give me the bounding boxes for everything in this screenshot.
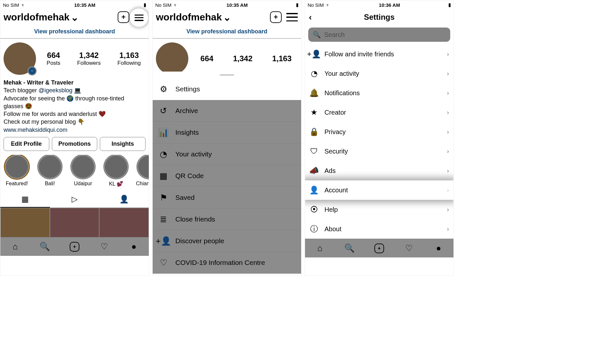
- settings-item-icon: 🛡: [310, 147, 319, 156]
- nav-create[interactable]: +: [374, 244, 384, 253]
- chevron-right-icon: ›: [447, 70, 449, 77]
- menu-item-qr-code[interactable]: ▦QR Code: [153, 165, 301, 187]
- settings-item-your-activity[interactable]: ◔Your activity›: [305, 64, 453, 83]
- nav-home[interactable]: ⌂: [10, 242, 20, 252]
- mention-link[interactable]: @igeeksblog: [39, 87, 72, 94]
- page-title: Settings: [364, 13, 395, 22]
- content-tabs: ▦ ▷ 👤: [0, 191, 149, 208]
- clock-label: 10:35 AM: [74, 2, 95, 8]
- back-button[interactable]: ‹: [309, 12, 312, 22]
- search-placeholder: Search: [324, 31, 345, 39]
- settings-item-ads[interactable]: 📣Ads›: [305, 161, 453, 180]
- settings-item-icon: ★: [310, 108, 319, 117]
- menu-item-icon: ◔: [159, 149, 168, 159]
- chevron-right-icon: ›: [447, 109, 449, 116]
- create-button[interactable]: +: [118, 11, 129, 23]
- settings-item-security[interactable]: 🛡Security›: [305, 142, 453, 161]
- nav-activity[interactable]: ♡: [100, 242, 109, 252]
- settings-item-icon: 📣: [310, 166, 319, 175]
- menu-item-insights[interactable]: 📊Insights: [153, 122, 301, 143]
- plus-icon: +: [122, 13, 126, 21]
- bio-link[interactable]: www.mehaksiddiqui.com: [4, 126, 146, 134]
- nav-create[interactable]: +: [70, 242, 79, 252]
- settings-header: ‹ Settings: [305, 9, 453, 25]
- chevron-right-icon: ›: [447, 167, 449, 174]
- menu-item-covid-information-centre[interactable]: ♡COVID-19 Information Centre: [153, 252, 301, 274]
- reels-icon: ▷: [72, 195, 77, 203]
- tab-tagged[interactable]: 👤: [99, 191, 149, 208]
- menu-item-settings[interactable]: ⚙Settings: [153, 78, 301, 100]
- avatar[interactable]: +: [4, 42, 36, 75]
- settings-item-help[interactable]: ⦿Help›: [305, 200, 453, 219]
- menu-item-label: QR Code: [175, 172, 204, 180]
- settings-item-about[interactable]: ⓘAbout›: [305, 219, 453, 239]
- settings-item-label: Your activity: [324, 70, 359, 77]
- bio-block: Mehak - Writer & Traveler Tech blogger @…: [0, 79, 149, 137]
- settings-item-privacy[interactable]: 🔒Privacy›: [305, 122, 453, 142]
- stat-following[interactable]: 1,163Following: [117, 51, 141, 66]
- nav-profile[interactable]: ●: [434, 244, 443, 253]
- menu-sheet: ⚙Settings↺Archive📊Insights◔Your activity…: [153, 72, 301, 276]
- profile-header: worldofmehak⌄ +: [0, 9, 149, 25]
- menu-item-discover-people[interactable]: +👤Discover people: [153, 230, 301, 252]
- menu-item-label: Your activity: [175, 150, 212, 158]
- menu-item-archive[interactable]: ↺Archive: [153, 100, 301, 122]
- nav-profile[interactable]: ●: [129, 242, 139, 252]
- menu-item-icon: ▦: [159, 171, 168, 181]
- search-icon: 🔍: [313, 31, 321, 39]
- professional-dashboard-link[interactable]: View professional dashboard: [0, 25, 149, 39]
- settings-item-icon: 🔒: [310, 127, 319, 136]
- wifi-icon: ᯤ: [326, 2, 331, 8]
- menu-item-close-friends[interactable]: ≣Close friends: [153, 209, 301, 230]
- story-item: KL 💕: [103, 155, 129, 187]
- story-item: Udaipur: [70, 155, 96, 187]
- settings-item-label: Creator: [324, 109, 346, 116]
- settings-item-creator[interactable]: ★Creator›: [305, 103, 453, 122]
- story-item: Bali!: [37, 155, 63, 187]
- settings-item-label: Notifications: [324, 89, 360, 97]
- stat-posts[interactable]: 664Posts: [47, 51, 61, 66]
- chevron-right-icon: ›: [447, 206, 449, 213]
- battery-icon: ▮: [448, 2, 451, 8]
- menu-item-label: COVID-19 Information Centre: [175, 259, 265, 267]
- nav-home[interactable]: ⌂: [315, 244, 325, 253]
- highlight-menu-button[interactable]: [130, 8, 148, 27]
- menu-item-saved[interactable]: ⚑Saved: [153, 187, 301, 209]
- settings-item-icon: +👤: [310, 50, 319, 59]
- menu-item-icon: ↺: [159, 106, 168, 116]
- tagged-icon: 👤: [119, 195, 129, 203]
- settings-item-label: About: [324, 225, 341, 233]
- nav-activity[interactable]: ♡: [404, 244, 414, 253]
- story-highlights[interactable]: Featured! Bali! Udaipur KL 💕 Chiang Mai: [0, 155, 149, 187]
- edit-profile-button[interactable]: Edit Profile: [4, 137, 49, 151]
- username-dropdown[interactable]: worldofmehak⌄: [4, 12, 79, 23]
- chevron-down-icon: ⌄: [71, 12, 79, 23]
- battery-icon: ▮: [144, 2, 146, 8]
- clock-label: 10:36 AM: [379, 2, 400, 8]
- add-story-badge[interactable]: +: [28, 66, 37, 75]
- chevron-right-icon: ›: [447, 51, 449, 58]
- status-bar: No SIM ᯤ 10:36 AM ▮: [305, 0, 453, 9]
- menu-item-your-activity[interactable]: ◔Your activity: [153, 143, 301, 165]
- tab-grid[interactable]: ▦: [0, 191, 50, 208]
- promotions-button[interactable]: Promotions: [52, 137, 98, 151]
- bottom-nav: ⌂ 🔍 + ♡ ●: [305, 239, 453, 257]
- nav-search[interactable]: 🔍: [345, 244, 354, 253]
- settings-item-account[interactable]: 👤Account›: [305, 180, 453, 200]
- settings-item-icon: 🔔: [310, 88, 319, 97]
- settings-item-follow-and-invite-friends[interactable]: +👤Follow and invite friends›: [305, 44, 453, 64]
- bottom-nav: ⌂ 🔍 + ♡ ●: [0, 237, 149, 256]
- display-name: Mehak - Writer & Traveler: [4, 79, 146, 86]
- settings-item-label: Ads: [324, 167, 335, 175]
- settings-item-notifications[interactable]: 🔔Notifications›: [305, 83, 453, 103]
- settings-item-icon: 👤: [310, 186, 319, 195]
- menu-item-label: Close friends: [175, 215, 215, 223]
- chevron-right-icon: ›: [447, 129, 449, 135]
- sheet-handle[interactable]: [220, 74, 234, 76]
- story-item: Chiang Mai: [136, 155, 149, 187]
- stat-followers[interactable]: 1,342Followers: [77, 51, 101, 66]
- insights-button[interactable]: Insights: [100, 137, 146, 151]
- tab-reels[interactable]: ▷: [50, 191, 100, 208]
- search-input[interactable]: 🔍 Search: [308, 28, 450, 42]
- nav-search[interactable]: 🔍: [40, 242, 50, 252]
